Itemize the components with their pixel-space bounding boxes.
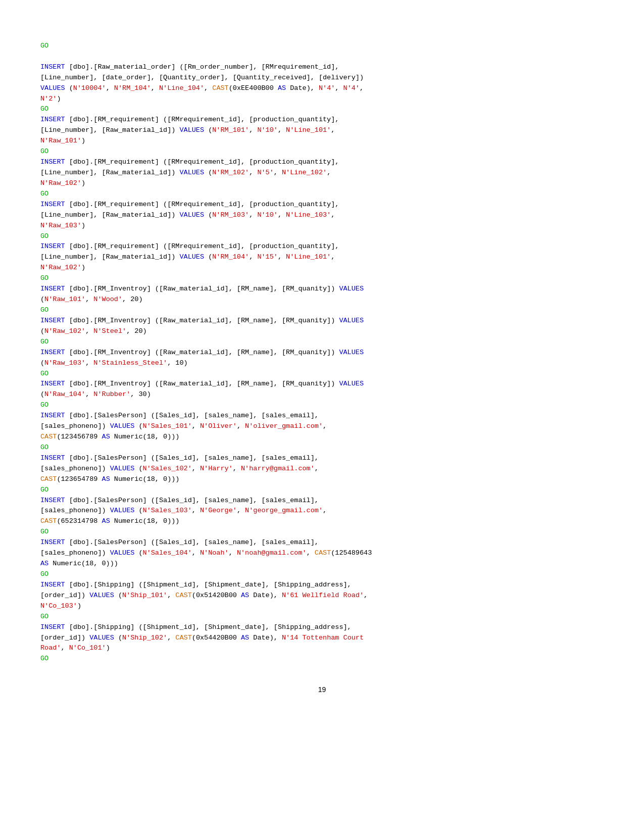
as-keyword-7: AS (241, 634, 249, 642)
str-12: N'5' (257, 169, 273, 176)
insert-keyword-4: INSERT (40, 201, 65, 208)
str-21: N'Line_101' (286, 253, 331, 261)
str-7: N'RM_101' (212, 126, 249, 134)
str-19: N'RM_104' (212, 253, 249, 261)
cast-keyword-6: CAST (175, 592, 191, 599)
str-10: N'Raw_101' (40, 137, 81, 144)
str-16: N'10' (257, 211, 278, 219)
values-keyword-8: VALUES (339, 349, 364, 356)
str-4: N'4' (319, 84, 335, 92)
as-keyword-3: AS (102, 475, 110, 483)
insert-keyword-14: INSERT (40, 581, 65, 588)
str-40: N'Sales_104' (143, 549, 192, 557)
values-keyword-15: VALUES (89, 634, 114, 642)
go-keyword-3: GO (40, 148, 48, 155)
insert-keyword-5: INSERT (40, 242, 65, 250)
cast-keyword-4: CAST (40, 517, 57, 525)
str-45: N'Co_103' (40, 602, 77, 610)
insert-keyword-9: INSERT (40, 380, 65, 387)
num-2: 20 (130, 296, 138, 303)
str-24: N'Wood' (93, 296, 122, 303)
num-10: 0x51420B00 (196, 592, 237, 599)
as-keyword-4: AS (102, 517, 110, 525)
insert-keyword-3: INSERT (40, 158, 65, 166)
insert-keyword-2: INSERT (40, 116, 65, 123)
values-keyword-5: VALUES (179, 253, 204, 261)
go-keyword-7: GO (40, 306, 48, 314)
as-keyword-6: AS (241, 592, 249, 599)
insert-keyword-12: INSERT (40, 497, 65, 504)
go-keyword-12: GO (40, 486, 48, 494)
str-17: N'Line_103' (286, 211, 331, 219)
go-keyword-5: GO (40, 232, 48, 240)
str-35: N'Harry' (200, 465, 233, 472)
str-5: N'4' (343, 84, 360, 92)
values-keyword-9: VALUES (339, 380, 364, 387)
go-keyword-9: GO (40, 370, 48, 377)
values-keyword-14: VALUES (89, 592, 114, 599)
num-6: 123456789 (61, 433, 98, 440)
go-keyword-14: GO (40, 570, 48, 578)
page-number: 19 (40, 684, 604, 696)
str-2: N'RM_104' (114, 84, 151, 92)
str-1: N'10004' (73, 84, 106, 92)
str-3: N'Line_104' (159, 84, 204, 92)
values-keyword-2: VALUES (179, 126, 204, 134)
str-31: N'Sales_101' (143, 422, 192, 430)
num-3: 20 (134, 327, 142, 335)
go-keyword-1: GO (40, 42, 48, 50)
go-keyword-15: GO (40, 613, 48, 620)
go-keyword-11: GO (40, 444, 48, 451)
insert-keyword-11: INSERT (40, 454, 65, 462)
str-18: N'Raw_103' (40, 222, 81, 229)
str-28: N'Stainless_Steel' (93, 359, 167, 367)
insert-keyword-8: INSERT (40, 349, 65, 356)
values-keyword-3: VALUES (179, 169, 204, 176)
str-38: N'George' (200, 507, 237, 514)
num-8: 652314798 (61, 517, 98, 525)
str-9: N'Line_101' (286, 126, 331, 134)
str-14: N'Raw_102' (40, 179, 81, 187)
values-keyword-13: VALUES (110, 549, 135, 557)
values-keyword-11: VALUES (110, 465, 135, 472)
num-7: 123654789 (61, 475, 98, 483)
values-keyword-12: VALUES (110, 507, 135, 514)
values-keyword-10: VALUES (110, 422, 135, 430)
num-4: 10 (175, 359, 183, 367)
values-keyword-6: VALUES (339, 285, 364, 292)
go-keyword-2: GO (40, 105, 48, 113)
go-keyword-16: GO (40, 655, 48, 662)
cast-keyword-1: CAST (212, 84, 228, 92)
num-1: 0xEE400B00 (233, 84, 274, 92)
str-34: N'Sales_102' (143, 465, 192, 472)
str-22: N'Raw_102' (40, 264, 81, 271)
str-30: N'Rubber' (93, 390, 130, 398)
insert-keyword-7: INSERT (40, 317, 65, 324)
str-11: N'RM_102' (212, 169, 249, 176)
str-29: N'Raw_104' (44, 390, 85, 398)
str-15: N'RM_103' (212, 211, 249, 219)
str-43: N'Ship_101' (122, 592, 167, 599)
num-9: 125489643 (335, 549, 372, 557)
go-keyword-4: GO (40, 190, 48, 198)
insert-keyword-6: INSERT (40, 285, 65, 292)
cast-keyword-5: CAST (315, 549, 331, 557)
str-27: N'Raw_103' (44, 359, 85, 367)
str-13: N'Line_102' (282, 169, 327, 176)
str-41: N'Noah' (200, 549, 229, 557)
num-5: 30 (138, 390, 146, 398)
str-39: N'george_gmail.com' (245, 507, 323, 514)
insert-keyword-1: INSERT (40, 63, 65, 71)
str-23: N'Raw_101' (44, 296, 85, 303)
str-32: N'Oliver' (200, 422, 237, 430)
go-keyword-13: GO (40, 528, 48, 535)
str-26: N'Steel' (93, 327, 126, 335)
as-keyword-2: AS (102, 433, 110, 440)
as-keyword-1: AS (278, 84, 286, 92)
str-42: N'noah@gmail.com' (237, 549, 307, 557)
go-keyword-6: GO (40, 274, 48, 282)
values-keyword-1: VALUES (40, 84, 65, 92)
str-44: N'61 Wellfield Road' (282, 592, 364, 599)
as-keyword-5: AS (40, 560, 48, 567)
insert-keyword-15: INSERT (40, 623, 65, 631)
